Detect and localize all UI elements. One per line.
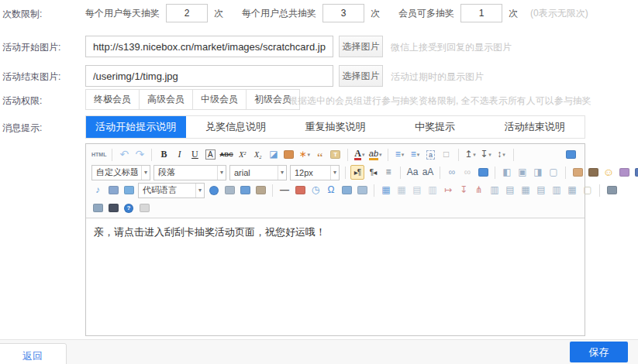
- auto-typeset-icon[interactable]: ∗▾: [298, 147, 312, 162]
- insert-anchor-icon[interactable]: [476, 165, 490, 180]
- title-col-icon[interactable]: ▥: [426, 183, 440, 197]
- map-icon[interactable]: [340, 183, 353, 197]
- ordered-list-icon[interactable]: ≡▾: [393, 147, 407, 162]
- insert-video-icon[interactable]: [633, 165, 638, 180]
- music-icon[interactable]: ♪: [91, 183, 105, 197]
- insert-col-icon[interactable]: ↧: [457, 183, 471, 197]
- end-image-pick-button[interactable]: 选择图片: [339, 65, 383, 87]
- image-align-center-icon[interactable]: ▣: [516, 165, 529, 180]
- start-image-input[interactable]: [85, 36, 333, 57]
- insert-row-icon[interactable]: ↦: [441, 183, 455, 197]
- fullscreen-icon[interactable]: [564, 147, 578, 162]
- bold-icon[interactable]: B: [157, 147, 171, 162]
- code-language-select[interactable]: 代码语言▾: [138, 183, 205, 198]
- font-select[interactable]: arial▾: [229, 165, 287, 180]
- columns-icon[interactable]: [238, 183, 252, 197]
- strikethrough-icon[interactable]: ABC: [219, 147, 233, 162]
- split-row-icon[interactable]: ▤: [534, 183, 548, 197]
- total-limit-input[interactable]: [322, 4, 364, 22]
- rtl-icon[interactable]: ¶◂: [366, 165, 380, 180]
- insert-image-icon[interactable]: [571, 165, 585, 180]
- toolbar-separator: [388, 149, 388, 161]
- tab-repeat-draw[interactable]: 重复抽奖说明: [285, 116, 385, 138]
- superscript-icon[interactable]: X²: [236, 147, 250, 162]
- help-icon[interactable]: ?: [122, 201, 136, 215]
- preview-icon[interactable]: [91, 201, 105, 215]
- back-button[interactable]: 返回: [0, 343, 67, 364]
- save-button[interactable]: 保存: [570, 342, 628, 362]
- merge-right-icon[interactable]: ▥: [488, 183, 502, 197]
- remove-format-icon[interactable]: ◪: [267, 147, 281, 162]
- link-icon[interactable]: ∞: [445, 165, 459, 180]
- editor-content[interactable]: 亲，请点击进入刮刮卡抽奖活动页面，祝您好运哦！: [86, 218, 585, 335]
- underline-icon[interactable]: U: [188, 147, 202, 162]
- daily-limit-label: 每个用户每天抽奖: [85, 7, 160, 20]
- paragraph-spacing-icon[interactable]: ↧▾: [479, 147, 493, 162]
- paragraph-select[interactable]: 段落▾: [153, 165, 226, 180]
- undo-icon[interactable]: ↶: [117, 147, 131, 162]
- unlink-icon[interactable]: ∞: [460, 165, 474, 180]
- table-grid-icon[interactable]: ▦: [565, 183, 579, 197]
- highlight-color-icon[interactable]: ab▾: [368, 147, 383, 162]
- subscript-icon[interactable]: X₂: [251, 147, 265, 162]
- format-painter-icon[interactable]: [282, 147, 296, 162]
- scrawl-icon[interactable]: [617, 165, 631, 180]
- gmap-icon[interactable]: [355, 183, 369, 197]
- delete-table-icon[interactable]: ▦: [395, 183, 409, 197]
- online-image-icon[interactable]: [586, 165, 600, 180]
- attachment-icon[interactable]: [106, 183, 120, 197]
- merge-down-icon[interactable]: ▤: [503, 183, 517, 197]
- size-select[interactable]: 12px▾: [290, 165, 340, 180]
- time-icon[interactable]: ◷: [309, 183, 322, 197]
- unordered-list-icon[interactable]: ≡▾: [409, 147, 422, 162]
- html-source-icon[interactable]: HTML: [91, 147, 107, 162]
- member-option-middle[interactable]: 中级会员: [193, 89, 247, 110]
- font-border-icon[interactable]: A: [203, 147, 217, 162]
- indent-icon[interactable]: ↥▾: [464, 147, 478, 162]
- split-col-icon[interactable]: ▥: [550, 183, 564, 197]
- daily-limit-input[interactable]: [166, 4, 208, 22]
- member-option-senior[interactable]: 高级会员: [140, 89, 193, 110]
- anchor-icon[interactable]: a: [424, 147, 438, 162]
- page-doc-icon[interactable]: ▢: [581, 183, 595, 197]
- paste-icon[interactable]: [137, 201, 151, 215]
- heading-select[interactable]: 自定义标题▾: [91, 165, 150, 180]
- snapshot-icon[interactable]: [253, 183, 267, 197]
- find-replace-icon[interactable]: [106, 201, 120, 215]
- uppercase-icon[interactable]: Aa: [405, 165, 419, 180]
- line-height-icon[interactable]: ↕▾: [495, 147, 509, 162]
- emoticon-icon[interactable]: ☺: [602, 165, 616, 180]
- image-align-none-icon[interactable]: ▢: [547, 165, 560, 180]
- insert-table-icon[interactable]: ▦: [379, 183, 393, 197]
- italic-icon[interactable]: I: [172, 147, 186, 162]
- ltr-icon[interactable]: ▸¶: [350, 165, 364, 180]
- image-align-right-icon[interactable]: ◨: [531, 165, 545, 180]
- font-color-icon[interactable]: A▾: [353, 147, 367, 162]
- image-align-left-icon[interactable]: ◧: [500, 165, 514, 180]
- lowercase-icon[interactable]: aA: [421, 165, 435, 180]
- split-cell-icon[interactable]: ⋔: [472, 183, 486, 197]
- title-row-icon[interactable]: ▤: [410, 183, 424, 197]
- end-image-input[interactable]: [85, 65, 333, 87]
- tab-win-tip[interactable]: 中奖提示: [385, 116, 485, 138]
- insert-frame-icon[interactable]: [122, 183, 136, 197]
- paragraph-indent-icon[interactable]: ≡: [381, 165, 395, 180]
- tab-activity-start-tip[interactable]: 活动开始提示说明: [86, 116, 186, 138]
- print-icon[interactable]: [605, 183, 619, 197]
- date-icon[interactable]: [293, 183, 307, 197]
- redo-icon[interactable]: ↷: [133, 147, 147, 162]
- blockquote-icon[interactable]: “: [313, 147, 327, 162]
- clear-doc-icon[interactable]: □: [440, 147, 453, 162]
- editor-toolbar: HTML↶↷BIUAABCX²X₂◪∗▾“TA▾ab▾≡▾≡▾a□↥▾↧▾↕▾ …: [86, 144, 585, 218]
- member-extra-input[interactable]: [460, 4, 502, 22]
- insert-code-icon[interactable]: [207, 183, 221, 197]
- merge-cells-icon[interactable]: ▦: [519, 183, 533, 197]
- paste-plain-icon[interactable]: T: [329, 147, 343, 162]
- member-option-ultimate[interactable]: 终极会员: [85, 89, 140, 110]
- horizontal-rule-icon[interactable]: —: [278, 183, 291, 197]
- tab-redeem-info[interactable]: 兑奖信息说明: [186, 116, 286, 138]
- tab-activity-end[interactable]: 活动结束说明: [485, 116, 585, 138]
- paragraph-break-icon[interactable]: [222, 183, 236, 197]
- special-char-icon[interactable]: Ω: [324, 183, 338, 197]
- start-image-pick-button[interactable]: 选择图片: [339, 36, 383, 57]
